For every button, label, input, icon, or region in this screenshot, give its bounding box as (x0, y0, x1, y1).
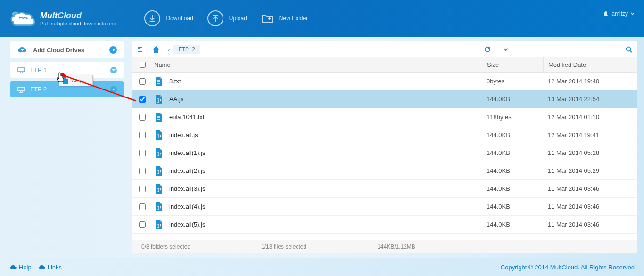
table-row[interactable]: eula.1041.txt118bytes12 Mar 2014 01:10 (132, 108, 637, 126)
file-size: 118bytes (482, 114, 543, 121)
help-link[interactable]: Help (9, 264, 32, 271)
row-checkbox[interactable] (139, 132, 146, 138)
row-checkbox[interactable] (139, 203, 146, 210)
file-date: 11 Mar 2014 05:29 (543, 167, 637, 174)
column-date-header[interactable]: Modified Date (543, 57, 637, 72)
sidebar: Add Cloud Drives FTP 1 FTP 2 (0, 37, 132, 258)
txt-file-icon (154, 76, 163, 87)
download-icon (144, 10, 160, 26)
upload-label: Upload (229, 15, 247, 22)
brand-text: MultCloud Put multiple cloud drives into… (40, 11, 116, 26)
sort-button[interactable] (495, 41, 516, 57)
file-name: index.all(4).js (169, 203, 206, 210)
table-row[interactable]: index.all(2).js144.0KB11 Mar 2014 05:29 (132, 162, 637, 180)
search-area[interactable] (520, 41, 637, 57)
dropdown-icon[interactable] (110, 86, 117, 93)
home-button[interactable] (148, 41, 164, 57)
table-row[interactable]: index.all(4).js144.0KB11 Mar 2014 03:46 (132, 198, 637, 216)
js-file-icon (154, 219, 163, 230)
file-date: 11 Mar 2014 05:28 (543, 149, 637, 156)
brand-name-2: Cloud (58, 11, 82, 20)
file-name: index.all(1).js (169, 149, 206, 156)
search-icon (625, 46, 633, 53)
app-header: MultCloud Put multiple cloud drives into… (0, 0, 644, 37)
file-size: 144.0KB (482, 131, 543, 138)
logo-area: MultCloud Put multiple cloud drives into… (9, 9, 116, 28)
row-checkbox[interactable] (139, 221, 146, 228)
js-file-icon (154, 184, 163, 194)
table-row[interactable]: AA.js144.0KB13 Mar 2014 22:54 (132, 90, 637, 108)
links-link[interactable]: Links (38, 264, 62, 271)
new-folder-icon (261, 13, 273, 24)
js-file-icon (154, 94, 163, 105)
file-date: 12 Mar 2014 01:10 (543, 114, 637, 121)
footer: Help Links Copyright © 2014 MultCloud. A… (0, 258, 644, 276)
file-date: 12 Mar 2014 19:40 (543, 78, 637, 85)
header-actions: DownLoad Upload New Folder (144, 10, 308, 26)
user-menu[interactable]: amltzy (603, 10, 635, 17)
chevron-down-icon (503, 48, 509, 51)
file-date: 11 Mar 2014 03:46 (543, 221, 637, 228)
breadcrumb-separator-icon: › (168, 46, 170, 53)
table-row[interactable]: index.all.js144.0KB12 Mar 2014 19:41 (132, 126, 637, 144)
file-name: 3.txt (169, 78, 181, 85)
js-file-icon (154, 202, 163, 212)
add-drives-label: Add Cloud Drives (33, 47, 84, 54)
table-row[interactable]: index.all(1).js144.0KB11 Mar 2014 05:28 (132, 144, 637, 162)
breadcrumb-current[interactable]: FTP 2 (173, 45, 200, 54)
username-label: amltzy (611, 10, 628, 17)
ftp-icon (17, 86, 25, 93)
cloud-icon (38, 264, 46, 270)
select-all-checkbox[interactable] (140, 62, 146, 68)
file-date: 11 Mar 2014 03:46 (543, 185, 637, 192)
file-size: 144.0KB (482, 185, 543, 192)
svg-point-3 (627, 47, 631, 51)
file-name: index.all.js (169, 131, 198, 138)
add-cloud-drives-button[interactable]: Add Cloud Drives (10, 41, 124, 58)
copyright-text: Copyright © 2014 MultCloud. All Rights R… (501, 264, 635, 271)
table-row[interactable]: 3.txt0bytes12 Mar 2014 19:40 (132, 73, 637, 90)
ftp-icon (17, 67, 25, 73)
table-row[interactable]: index.all(5).js144.0KB11 Mar 2014 03:46 (132, 216, 637, 234)
brand-tagline: Put multiple cloud drives into one (40, 21, 116, 26)
refresh-button[interactable] (479, 41, 495, 57)
upload-icon (207, 10, 223, 26)
new-folder-button[interactable]: New Folder (261, 10, 308, 26)
file-size: 144.0KB (482, 167, 543, 174)
content-panel: › FTP 2 Name Size Modified Date 3.txt0 (132, 41, 637, 253)
file-name: index.all(3).js (169, 185, 206, 192)
download-label: DownLoad (166, 15, 193, 22)
brand-name-1: Mult (40, 11, 58, 20)
upload-button[interactable]: Upload (207, 10, 247, 26)
download-button[interactable]: DownLoad (144, 10, 193, 26)
sidebar-item-label: FTP 1 (30, 66, 47, 73)
row-checkbox[interactable] (139, 78, 146, 85)
file-date: 11 Mar 2014 03:46 (543, 203, 637, 210)
row-checkbox[interactable] (139, 168, 146, 174)
up-button[interactable] (132, 41, 148, 57)
file-size: 144.0KB (482, 221, 543, 228)
file-name: AA.js (169, 96, 183, 103)
chevron-down-icon (631, 12, 635, 16)
file-name: eula.1041.txt (169, 114, 204, 121)
table-row[interactable]: index.all(3).js144.0KB11 Mar 2014 03:46 (132, 180, 637, 198)
row-checkbox[interactable] (139, 186, 146, 192)
table-header: Name Size Modified Date (132, 57, 637, 73)
row-checkbox[interactable] (139, 96, 146, 103)
row-checkbox[interactable] (139, 114, 146, 121)
new-folder-label: New Folder (279, 15, 308, 22)
breadcrumb: › FTP 2 (164, 45, 479, 54)
column-name-header[interactable]: Name (153, 61, 482, 68)
status-files: 1/13 files selected (261, 244, 306, 250)
toolbar: › FTP 2 (132, 41, 637, 57)
status-bar: 0/8 folders selected 1/13 files selected… (132, 240, 637, 253)
row-checkbox[interactable] (139, 150, 146, 156)
file-size: 144.0KB (482, 203, 543, 210)
dropdown-icon[interactable] (110, 67, 117, 73)
column-size-header[interactable]: Size (482, 57, 543, 72)
cursor-hand-icon (56, 72, 65, 83)
cloud-icon (9, 264, 17, 270)
play-icon[interactable] (109, 46, 117, 54)
help-label: Help (19, 264, 32, 271)
svg-rect-1 (18, 68, 25, 72)
